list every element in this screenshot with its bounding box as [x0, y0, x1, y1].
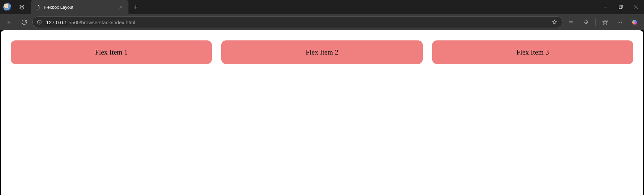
address-path: :5500/browserstack/index.html [67, 20, 136, 25]
flex-item: Flex Item 2 [221, 40, 422, 64]
title-bar-drag-area[interactable] [142, 0, 598, 14]
window-minimize-button[interactable] [598, 0, 613, 14]
nav-refresh-button[interactable] [17, 15, 31, 29]
nav-back-button[interactable] [3, 15, 16, 29]
page-viewport: Flex Item 1 Flex Item 2 Flex Item 3 [1, 30, 643, 195]
copilot-icon [631, 19, 638, 26]
flex-item: Flex Item 3 [432, 40, 633, 64]
brand-logo-icon[interactable] [564, 15, 578, 29]
profile-avatar[interactable] [3, 3, 11, 11]
svg-point-6 [621, 22, 622, 23]
svg-point-5 [619, 22, 620, 23]
collections-icon[interactable] [598, 15, 612, 29]
window-close-button[interactable] [629, 0, 644, 14]
workspaces-icon[interactable] [15, 0, 28, 14]
flex-item-label: Flex Item 1 [95, 48, 128, 57]
page-icon [35, 4, 40, 10]
favorite-star-icon[interactable] [550, 18, 559, 27]
browser-toolbar: 127.0.0.1:5500/browserstack/index.html [0, 14, 644, 30]
new-tab-button[interactable] [130, 0, 142, 14]
toolbar-divider [595, 19, 596, 26]
window-restore-button[interactable] [613, 0, 629, 14]
flex-item-label: Flex Item 2 [306, 48, 338, 57]
flex-item: Flex Item 1 [11, 40, 212, 64]
copilot-button[interactable] [628, 15, 641, 29]
tab-close-button[interactable] [116, 3, 125, 11]
address-host: 127.0.0.1 [46, 20, 67, 25]
site-info-icon[interactable] [36, 19, 43, 26]
address-url: 127.0.0.1:5500/browserstack/index.html [46, 20, 135, 25]
flex-container: Flex Item 1 Flex Item 2 Flex Item 3 [1, 30, 643, 74]
settings-more-icon[interactable] [613, 15, 627, 29]
flex-item-label: Flex Item 3 [516, 48, 549, 57]
window-controls [598, 0, 644, 14]
svg-rect-1 [619, 6, 622, 9]
address-bar[interactable]: 127.0.0.1:5500/browserstack/index.html [32, 17, 563, 28]
svg-point-4 [618, 22, 618, 23]
tab-title: Flexbox Layout [44, 5, 113, 10]
title-bar-left: Flexbox Layout [0, 0, 142, 14]
browser-tab[interactable]: Flexbox Layout [31, 0, 128, 14]
extensions-icon[interactable] [579, 15, 593, 29]
title-bar: Flexbox Layout [0, 0, 644, 14]
